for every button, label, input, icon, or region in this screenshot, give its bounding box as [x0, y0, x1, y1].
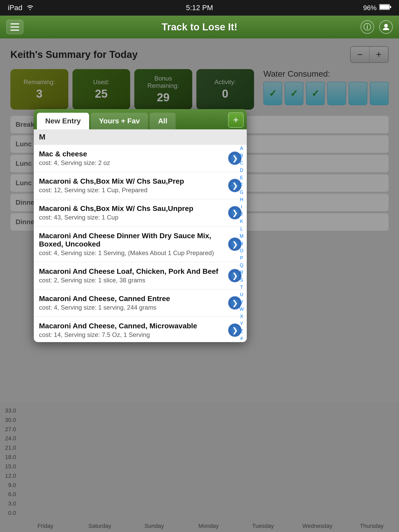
food-item-name: Macaroni & Chs,Box Mix W/ Chs Sau,Prep [39, 177, 225, 185]
status-bar: iPad 5:12 PM 96% [0, 0, 399, 16]
wifi-icon [26, 4, 34, 12]
alpha-letter-g[interactable]: G [238, 190, 245, 195]
svg-rect-1 [390, 6, 391, 8]
app-title: Track to Lose It! [162, 22, 237, 33]
alpha-letter-c[interactable]: C [238, 161, 245, 165]
food-item-name: Macaroni & Chs,Box Mix W/ Chs Sau,Unprep [39, 204, 225, 213]
battery-icon [379, 4, 391, 12]
food-list-item[interactable]: Macaroni And Cheese Loaf, Chicken, Pork … [34, 262, 247, 289]
nav-bar: Track to Lose It! ⓘ [0, 16, 399, 38]
food-list-item[interactable]: Mac & cheesecost: 4, Serving size: 2 oz❯ [34, 145, 247, 172]
add-food-button[interactable]: + [228, 112, 244, 128]
food-item-name: Macaroni And Cheese Loaf, Chicken, Pork … [39, 267, 225, 276]
alpha-letter-j[interactable]: J [238, 212, 245, 216]
tab-new-entry[interactable]: New Entry [37, 113, 89, 129]
food-item-info: Macaroni And Cheese, Canned Entreecost: … [39, 295, 225, 311]
alpha-letter-z[interactable]: Z [238, 329, 245, 334]
alpha-letter-n[interactable]: N [238, 241, 245, 246]
food-item-info: Macaroni And Cheese, Canned, Microwavabl… [39, 322, 225, 338]
food-list-item[interactable]: Macaroni & Chs,Box Mix W/ Chs Sau,Prepco… [34, 172, 247, 199]
svg-rect-2 [380, 5, 389, 9]
alpha-letter-x[interactable]: X [238, 314, 245, 319]
food-list-item[interactable]: Macaroni And Cheese, Canned Entreecost: … [34, 289, 247, 317]
alpha-index[interactable]: ABCDEFGHIJKLMNOPQRSTUVWXYZ# [238, 145, 245, 342]
menu-line [10, 26, 19, 28]
food-item-info: Macaroni & Chs,Box Mix W/ Chs Sau,Unprep… [39, 204, 225, 221]
alpha-letter-t[interactable]: T [238, 285, 245, 290]
menu-line [10, 23, 19, 24]
food-item-detail: cost: 43, Serving size: 1 Cup [39, 214, 225, 221]
alpha-letter-#[interactable]: # [238, 336, 245, 341]
nav-right-actions: ⓘ [361, 20, 393, 34]
food-item-name: Macaroni And Cheese, Canned, Microwavabl… [39, 322, 225, 330]
alpha-letter-s[interactable]: S [238, 278, 245, 282]
alpha-letter-u[interactable]: U [238, 292, 245, 297]
alpha-letter-i[interactable]: I [238, 204, 245, 209]
alpha-letter-p[interactable]: P [238, 256, 245, 260]
modal-tabs: New Entry Yours + Fav All + [34, 109, 247, 129]
food-item-name: Macaroni And Cheese, Canned Entree [39, 295, 225, 303]
alpha-letter-v[interactable]: V [238, 300, 245, 304]
alpha-letter-e[interactable]: E [238, 175, 245, 180]
menu-button[interactable] [6, 20, 23, 34]
food-item-detail: cost: 2, Serving size: 1 slice, 38 grams [39, 277, 225, 284]
status-right: 96% [363, 4, 391, 12]
battery-label: 96% [363, 4, 377, 12]
food-item-detail: cost: 12, Serving size: 1 Cup, Prepared [39, 187, 225, 194]
alpha-letter-h[interactable]: H [238, 197, 245, 202]
food-item-info: Mac & cheesecost: 4, Serving size: 2 oz [39, 150, 225, 167]
food-item-name: Macaroni And Cheese Dinner With Dry Sauc… [39, 232, 225, 248]
alpha-letter-y[interactable]: Y [238, 321, 245, 326]
food-item-info: Macaroni And Cheese Loaf, Chicken, Pork … [39, 267, 225, 284]
alpha-letter-l[interactable]: L [238, 227, 245, 231]
food-item-name: Mac & cheese [39, 150, 225, 158]
food-item-info: Macaroni & Chs,Box Mix W/ Chs Sau,Prepco… [39, 177, 225, 194]
food-item-detail: cost: 4, Serving size: 1 serving, 244 gr… [39, 304, 225, 311]
food-list[interactable]: Mac & cheesecost: 4, Serving size: 2 oz❯… [34, 145, 247, 342]
alpha-letter-o[interactable]: O [238, 248, 245, 253]
tab-all[interactable]: All [150, 113, 176, 129]
alpha-letter-m[interactable]: M [238, 234, 245, 238]
food-item-info: Macaroni And Cheese Dinner With Dry Sauc… [39, 232, 225, 257]
alpha-letter-d[interactable]: D [238, 168, 245, 172]
menu-line [10, 30, 19, 31]
alpha-section-header: M [34, 129, 247, 145]
alpha-letter-k[interactable]: K [238, 219, 245, 224]
alpha-letter-f[interactable]: F [238, 183, 245, 187]
food-item-detail: cost: 4, Serving size: 2 oz [39, 159, 225, 167]
status-time: 5:12 PM [186, 4, 213, 12]
alpha-letter-q[interactable]: Q [238, 263, 245, 268]
device-label: iPad [8, 4, 22, 12]
food-search-modal: New Entry Yours + Fav All + M Mac & chee… [34, 109, 247, 342]
alpha-letter-w[interactable]: W [238, 307, 245, 311]
alpha-letter-r[interactable]: R [238, 270, 245, 275]
tab-yours-fav[interactable]: Yours + Fav [91, 113, 148, 129]
profile-button[interactable] [379, 20, 393, 34]
alpha-letter-a[interactable]: A [238, 146, 245, 151]
status-left: iPad [8, 4, 34, 12]
food-item-detail: cost: 4, Serving size: 1 Serving, (Makes… [39, 249, 225, 257]
alpha-letter-b[interactable]: B [238, 153, 245, 158]
svg-point-3 [384, 24, 388, 28]
info-button[interactable]: ⓘ [361, 20, 374, 34]
food-list-item[interactable]: Macaroni And Cheese, Canned, Microwavabl… [34, 317, 247, 342]
food-list-item[interactable]: Macaroni & Chs,Box Mix W/ Chs Sau,Unprep… [34, 199, 247, 227]
food-list-item[interactable]: Macaroni And Cheese Dinner With Dry Sauc… [34, 227, 247, 262]
food-item-detail: cost: 14, Serving size: 7.5 Oz, 1 Servin… [39, 331, 225, 338]
